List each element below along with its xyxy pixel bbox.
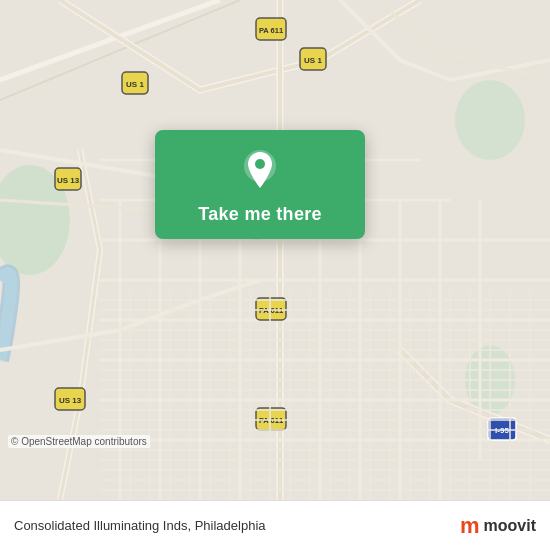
moovit-logo: m moovit <box>460 513 536 539</box>
take-me-there-button[interactable]: Take me there <box>198 204 322 225</box>
location-pin-icon <box>238 148 282 192</box>
svg-text:US 13: US 13 <box>59 396 82 405</box>
svg-text:US 1: US 1 <box>304 56 322 65</box>
copyright-text: © OpenStreetMap contributors <box>8 435 150 448</box>
svg-point-79 <box>255 159 265 169</box>
map-background: US 1 US 1 US 13 US 13 PA 611 PA 611 PA 6… <box>0 0 550 500</box>
bottom-bar: Consolidated Illuminating Inds, Philadel… <box>0 500 550 550</box>
moovit-word: moovit <box>484 517 536 535</box>
location-text: Consolidated Illuminating Inds, Philadel… <box>14 518 266 533</box>
svg-text:US 1: US 1 <box>126 80 144 89</box>
svg-point-2 <box>455 80 525 160</box>
moovit-m-letter: m <box>460 513 480 539</box>
map-container: US 1 US 1 US 13 US 13 PA 611 PA 611 PA 6… <box>0 0 550 500</box>
popup-card: Take me there <box>155 130 365 239</box>
svg-text:PA 611: PA 611 <box>259 26 283 35</box>
svg-text:US 13: US 13 <box>57 176 80 185</box>
